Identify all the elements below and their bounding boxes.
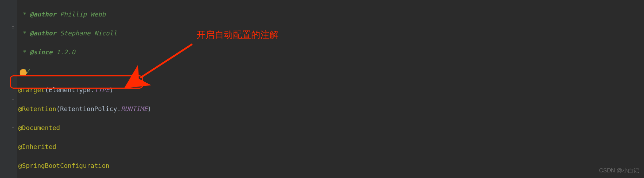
fold-marker-icon[interactable]: ⊟ (12, 98, 16, 102)
code-line: */ (18, 66, 644, 76)
fold-marker-icon[interactable]: ⊟ (12, 108, 16, 112)
code-line: @Retention(RetentionPolicy.RUNTIME) (18, 104, 644, 114)
watermark: CSDN @小白记 (599, 166, 639, 175)
fold-marker-icon[interactable]: ⊟ (12, 25, 16, 29)
code-line: @Documented (18, 123, 644, 132)
code-line: @Target(ElementType.TYPE) (18, 85, 644, 95)
fold-marker-icon[interactable]: ⊟ (12, 126, 16, 130)
code-line: @Inherited (18, 142, 644, 151)
code-line: * @since 1.2.0 (18, 47, 644, 57)
code-line: * @author Stephane Nicoll (18, 28, 644, 38)
intention-bulb-icon[interactable] (20, 69, 27, 76)
code-line: * @author Phillip Webb (18, 9, 644, 19)
code-editor[interactable]: * @author Phillip Webb * @author Stephan… (17, 0, 644, 178)
code-line: @SpringBootConfiguration (18, 161, 644, 170)
